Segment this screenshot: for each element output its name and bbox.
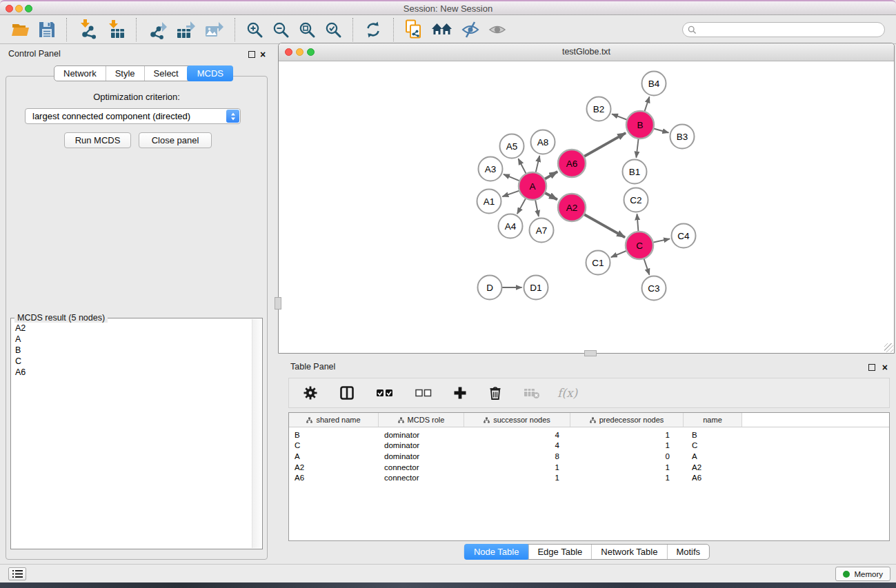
eye-slash-glyph xyxy=(461,21,480,39)
task-history-button[interactable] xyxy=(8,567,26,580)
search-input[interactable] xyxy=(699,23,882,37)
function-builder-icon[interactable]: f(x) xyxy=(557,386,577,400)
home-neighbors-icon[interactable] xyxy=(431,21,452,38)
table-panel-float-icon[interactable] xyxy=(868,364,875,371)
tab-motifs[interactable]: Motifs xyxy=(666,545,709,559)
mcds-result-item[interactable]: A xyxy=(15,334,251,345)
column-header-predecessor-nodes[interactable]: predecessor nodes xyxy=(570,413,684,427)
graph-node-A5[interactable]: A5 xyxy=(500,134,524,159)
graph-node-C3[interactable]: C3 xyxy=(642,276,666,301)
select-all-columns-icon[interactable] xyxy=(376,387,394,399)
select-stepper-icon[interactable] xyxy=(226,110,239,123)
network-horizontal-scrollbar-thumb[interactable] xyxy=(584,350,597,356)
export-image-icon[interactable] xyxy=(204,20,224,39)
zoom-out-icon[interactable] xyxy=(272,21,290,39)
table-row[interactable]: Bdominator41B xyxy=(289,429,889,440)
copy-network-icon[interactable] xyxy=(404,19,423,39)
show-columns-icon[interactable] xyxy=(339,385,355,401)
tab-edge-table[interactable]: Edge Table xyxy=(528,545,591,559)
control-panel-float-icon[interactable] xyxy=(248,51,255,58)
graph-node-B4[interactable]: B4 xyxy=(642,72,666,96)
tab-mcds[interactable]: MCDS xyxy=(187,65,233,81)
table-cell: dominator xyxy=(379,441,464,449)
table-cell: 1 xyxy=(464,463,570,472)
network-vertical-scrollbar-thumb[interactable] xyxy=(275,297,281,310)
column-header-mcds-role[interactable]: MCDS role xyxy=(379,413,464,427)
control-panel-close-icon[interactable]: × xyxy=(260,50,266,59)
table-row[interactable]: A6connector11A6 xyxy=(289,472,889,483)
graph-node-C[interactable]: C xyxy=(626,232,653,259)
copy-document-glyph xyxy=(404,19,423,39)
mcds-result-item[interactable]: B xyxy=(15,345,251,356)
table-panel-close-icon[interactable]: × xyxy=(882,363,888,372)
delete-table-icon[interactable] xyxy=(524,387,540,399)
graph-node-B2[interactable]: B2 xyxy=(587,97,611,121)
show-graphics-details-icon[interactable] xyxy=(488,22,506,37)
network-minimize-traffic-light[interactable] xyxy=(296,48,303,56)
network-close-traffic-light[interactable] xyxy=(285,48,292,56)
table-row[interactable]: Cdominator41C xyxy=(289,440,889,452)
tab-network-table[interactable]: Network Table xyxy=(591,545,666,559)
graph-node-C4[interactable]: C4 xyxy=(672,224,696,248)
graph-node-A7[interactable]: A7 xyxy=(530,219,554,243)
import-network-icon[interactable] xyxy=(77,19,98,39)
desktop-strip xyxy=(0,582,896,588)
mcds-result-list: A2ABCA6 xyxy=(15,323,251,378)
tab-network[interactable]: Network xyxy=(54,66,106,81)
table-row[interactable]: Adominator80A xyxy=(289,451,889,462)
network-zoom-traffic-light[interactable] xyxy=(307,48,315,56)
close-panel-button[interactable]: Close panel xyxy=(139,132,212,148)
hide-graphics-details-icon[interactable] xyxy=(461,21,480,39)
attribute-tree-icon xyxy=(306,417,312,423)
control-panel-title: Control Panel xyxy=(8,49,61,59)
graph-node-A8[interactable]: A8 xyxy=(531,130,555,154)
tab-node-table[interactable]: Node Table xyxy=(464,544,529,560)
import-table-icon[interactable] xyxy=(106,20,126,39)
network-window-titlebar[interactable]: testGlobe.txt xyxy=(279,43,894,61)
search-box[interactable] xyxy=(682,22,885,37)
table-row[interactable]: A2connector11A2 xyxy=(289,462,889,473)
graph-node-A3[interactable]: A3 xyxy=(479,157,503,181)
network-resize-grip[interactable] xyxy=(884,343,893,352)
mcds-result-item[interactable]: A6 xyxy=(15,367,251,378)
zoom-in-icon[interactable] xyxy=(246,21,263,39)
column-header-name[interactable]: name xyxy=(684,413,742,427)
svg-text:B4: B4 xyxy=(648,79,660,89)
run-mcds-button[interactable]: Run MCDS xyxy=(64,132,131,148)
graph-node-D1[interactable]: D1 xyxy=(524,276,548,300)
open-session-icon[interactable] xyxy=(11,20,30,39)
column-header-successor-nodes[interactable]: successor nodes xyxy=(464,413,570,427)
graph-node-B[interactable]: B xyxy=(626,111,654,139)
graph-node-C2[interactable]: C2 xyxy=(624,188,648,212)
checked-boxes-glyph xyxy=(376,387,394,399)
network-graph[interactable]: B4B2BB3A5A8A6A3B1AA1C2A2A4A7CC1C4C3DD1 xyxy=(279,61,894,353)
table-settings-icon[interactable] xyxy=(303,385,318,401)
graph-node-A4[interactable]: A4 xyxy=(499,214,523,239)
memory-button[interactable]: Memory xyxy=(835,567,890,581)
graph-node-B3[interactable]: B3 xyxy=(670,125,695,149)
graph-node-A6[interactable]: A6 xyxy=(558,150,586,177)
refresh-icon[interactable] xyxy=(364,20,383,39)
mcds-result-item[interactable]: A2 xyxy=(15,323,251,334)
tab-select[interactable]: Select xyxy=(144,66,188,81)
tab-style[interactable]: Style xyxy=(106,66,144,81)
network-canvas[interactable]: B4B2BB3A5A8A6A3B1AA1C2A2A4A7CC1C4C3DD1 xyxy=(279,61,894,353)
graph-node-A[interactable]: A xyxy=(519,172,546,200)
deselect-all-columns-icon[interactable] xyxy=(415,387,432,398)
create-column-icon[interactable] xyxy=(453,386,467,400)
mcds-scrollbar[interactable] xyxy=(252,319,261,548)
export-network-icon[interactable] xyxy=(147,19,168,39)
delete-columns-icon[interactable] xyxy=(488,385,502,401)
column-header-shared-name[interactable]: shared name xyxy=(289,413,379,427)
save-session-icon[interactable] xyxy=(38,21,56,39)
graph-node-D[interactable]: D xyxy=(478,276,502,300)
graph-node-A2[interactable]: A2 xyxy=(558,194,586,221)
export-table-icon[interactable] xyxy=(176,20,196,39)
zoom-selected-icon[interactable] xyxy=(324,21,342,39)
graph-node-A1[interactable]: A1 xyxy=(477,190,501,214)
graph-node-C1[interactable]: C1 xyxy=(586,251,610,275)
criterion-select[interactable]: largest connected component (directed) xyxy=(25,108,241,124)
zoom-fit-icon[interactable] xyxy=(298,21,316,39)
graph-node-B1[interactable]: B1 xyxy=(623,160,647,184)
mcds-result-item[interactable]: C xyxy=(15,356,251,367)
